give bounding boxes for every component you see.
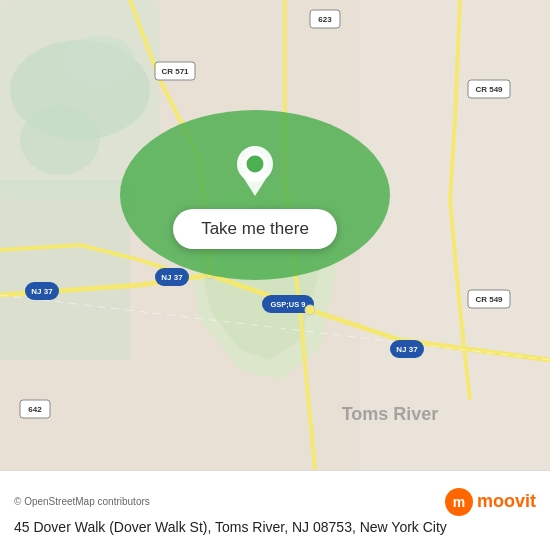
bottom-bar: © OpenStreetMap contributors m moovit 45…	[0, 470, 550, 550]
svg-text:NJ 37: NJ 37	[161, 273, 183, 282]
moovit-icon: m	[445, 488, 473, 516]
svg-rect-5	[0, 180, 130, 360]
address-text: 45 Dover Walk (Dover Walk St), Toms Rive…	[14, 518, 536, 538]
svg-text:CR 571: CR 571	[161, 67, 189, 76]
svg-text:Toms River: Toms River	[342, 404, 439, 424]
attribution-row: © OpenStreetMap contributors m moovit	[14, 488, 536, 516]
attribution-text: © OpenStreetMap contributors	[14, 496, 150, 507]
svg-text:623: 623	[318, 15, 332, 24]
svg-marker-51	[241, 174, 269, 196]
map-container: NJ 37 NJ 37 NJ 37 CR 571 623 CR 549 CR 5…	[0, 0, 550, 470]
svg-text:NJ 37: NJ 37	[396, 345, 418, 354]
svg-text:CR 549: CR 549	[475, 85, 503, 94]
moovit-text: moovit	[477, 491, 536, 512]
map-overlay-panel: Take me there	[120, 110, 390, 280]
svg-point-47	[305, 305, 315, 315]
take-me-there-button[interactable]: Take me there	[173, 209, 337, 249]
moovit-logo: m moovit	[445, 488, 536, 516]
svg-text:642: 642	[28, 405, 42, 414]
svg-text:GSP;US 9: GSP;US 9	[270, 300, 305, 309]
location-pin-icon	[230, 141, 280, 201]
svg-text:CR 549: CR 549	[475, 295, 503, 304]
svg-point-50	[245, 154, 265, 174]
svg-text:NJ 37: NJ 37	[31, 287, 53, 296]
